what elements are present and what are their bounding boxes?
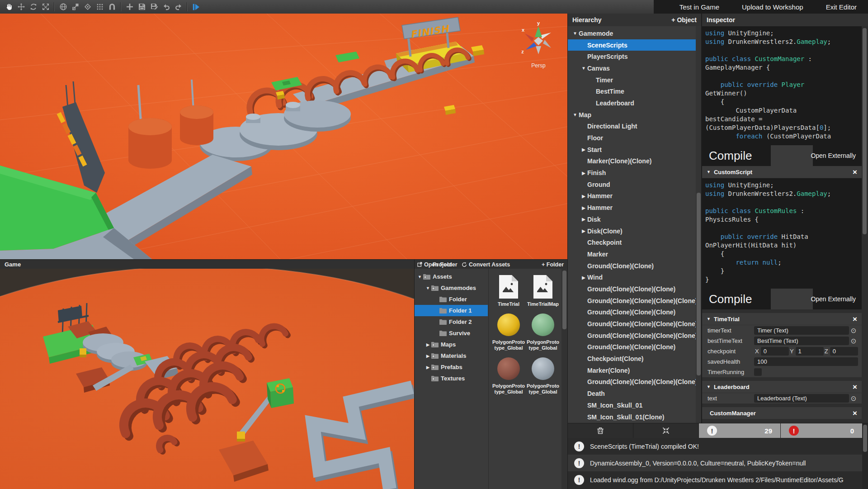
collapsed-arrow-icon[interactable]: ▶	[580, 205, 587, 210]
hierarchy-item[interactable]: Checkpoint	[568, 237, 701, 248]
undo-button[interactable]	[160, 0, 172, 14]
world-space-toggle[interactable]	[57, 0, 69, 14]
expand-arrow-icon[interactable]: ▼	[571, 112, 579, 117]
save-as-button[interactable]	[148, 0, 160, 14]
asset-item[interactable]: TimeTrialMap	[526, 275, 560, 307]
hierarchy-item[interactable]: ▶Hammer	[568, 202, 701, 214]
scale-tool[interactable]	[39, 0, 52, 14]
hierarchy-item[interactable]: Ground(Clone)(Clone)(Clone)	[568, 283, 701, 295]
hierarchy-item[interactable]: SM_Icon_Skull_01	[568, 399, 701, 411]
collapsed-arrow-icon[interactable]: ▶	[580, 275, 587, 280]
open-externally-button[interactable]: Open Externally	[811, 295, 856, 303]
hierarchy-item[interactable]: Ground(Clone)(Clone)(Clone)	[568, 307, 701, 318]
console-message[interactable]: !Loaded wind.ogg from D:/UnityProjects/D…	[568, 471, 863, 488]
hierarchy-item[interactable]: Checkpoint(Clone)	[568, 353, 701, 365]
hierarchy-item[interactable]: ▶Start	[568, 144, 701, 156]
console-message[interactable]: !DynamicAssembly_0, Version=0.0.0.0, Cul…	[568, 455, 863, 471]
hierarchy-item[interactable]: Directional Light	[568, 121, 701, 133]
expand-arrow-icon[interactable]: ▼	[707, 170, 711, 174]
object-field[interactable]: BestTime (Text)	[754, 337, 849, 345]
asset-item[interactable]: PolygonPrototype_Global	[491, 313, 526, 351]
folder-tree-item[interactable]: ▶Materials	[415, 350, 488, 361]
orbit-tool[interactable]	[81, 0, 94, 14]
save-button[interactable]	[136, 0, 148, 14]
compile-button[interactable]: Compile	[702, 149, 752, 163]
hierarchy-item[interactable]: Timer	[568, 74, 701, 86]
text-field[interactable]: 100	[754, 357, 858, 366]
axis-value-field[interactable]: 1	[796, 347, 824, 356]
hierarchy-item[interactable]: ▶Disk	[568, 214, 701, 225]
hierarchy-item[interactable]: Ground(Clone)(Clone)(Clone)(Clone)	[568, 376, 701, 388]
project-scrollbar[interactable]	[561, 269, 567, 489]
close-icon[interactable]: ×	[853, 168, 857, 176]
play-button[interactable]	[190, 0, 202, 14]
collapsed-arrow-icon[interactable]: ▶	[580, 194, 587, 199]
expand-arrow-icon[interactable]: ▼	[707, 385, 711, 389]
scrollbar-thumb[interactable]	[697, 193, 701, 375]
script-code-view[interactable]: using UnityEngine;using DrunkenWrestlers…	[702, 178, 862, 289]
scrollbar-thumb[interactable]	[863, 28, 867, 234]
redo-button[interactable]	[172, 0, 184, 14]
clear-console-button[interactable]	[568, 423, 633, 438]
collapsed-arrow-icon[interactable]: ▶	[425, 354, 431, 358]
hierarchy-item[interactable]: BestTime	[568, 85, 701, 97]
add-object-tool[interactable]	[123, 0, 136, 14]
folder-tree-item[interactable]: ▶Prefabs	[415, 361, 488, 373]
upload-to-workshop-button[interactable]: Upload to Workshop	[731, 0, 815, 14]
collapse-console-button[interactable]	[633, 423, 699, 438]
hierarchy-item[interactable]: ▼Canvas	[568, 62, 701, 74]
hierarchy-item[interactable]: Marker(Clone)(Clone)	[568, 156, 701, 167]
scrollbar-thumb[interactable]	[562, 271, 566, 329]
grid-snap-toggle[interactable]	[94, 0, 106, 14]
warnings-filter-button[interactable]: !29	[699, 423, 781, 438]
object-picker-icon[interactable]: ⊙	[849, 394, 858, 403]
folder-tree-item[interactable]: Textures	[415, 373, 488, 384]
open-externally-button[interactable]: Open Externally	[811, 152, 856, 159]
folder-tree-item[interactable]: ▼Assets	[415, 271, 488, 282]
collapsed-arrow-icon[interactable]: ▶	[580, 228, 587, 233]
hierarchy-item[interactable]: ▶Wind	[568, 271, 701, 283]
expand-arrow-icon[interactable]: ▼	[571, 31, 579, 36]
object-field[interactable]: Timer (Text)	[754, 326, 849, 335]
hierarchy-scrollbar[interactable]	[696, 26, 701, 423]
camera-mode-label[interactable]: Persp	[519, 62, 557, 69]
hierarchy-item[interactable]: Ground(Clone)(Clone)(Clone)(Clone)	[568, 295, 701, 307]
compile-button[interactable]: Compile	[702, 292, 752, 306]
asset-item[interactable]: PolygonPrototype_Global	[526, 313, 560, 351]
asset-item[interactable]: PolygonPrototype_Global	[526, 357, 560, 395]
hand-tool[interactable]	[3, 0, 15, 14]
scrollbar-thumb[interactable]	[863, 425, 867, 452]
hierarchy-item[interactable]: Leaderboard	[568, 97, 701, 109]
collapsed-arrow-icon[interactable]: ▶	[580, 217, 587, 222]
console-message[interactable]: !SceneScripts (TimeTrial) compiled OK!	[568, 438, 863, 455]
hierarchy-item[interactable]: Ground	[568, 179, 701, 190]
folder-tree-item[interactable]: ▼Gamemodes	[415, 282, 488, 294]
add-object-button[interactable]: + Object	[671, 16, 697, 24]
close-icon[interactable]: ×	[853, 383, 857, 391]
hierarchy-item[interactable]: ▼Map	[568, 109, 701, 121]
hierarchy-item[interactable]: SM_Icon_Skull_01(Clone)	[568, 411, 701, 423]
hierarchy-item[interactable]: Death	[568, 388, 701, 399]
collapsed-arrow-icon[interactable]: ▶	[580, 147, 587, 152]
object-picker-icon[interactable]: ⊙	[849, 327, 858, 335]
scene-viewport[interactable]: FINISH	[0, 14, 567, 259]
errors-filter-button[interactable]: !0	[781, 423, 863, 438]
expand-arrow-icon[interactable]: ▼	[416, 275, 423, 279]
hierarchy-item[interactable]: ▶Hammer	[568, 190, 701, 202]
object-field[interactable]: Leaderboard (Text)	[754, 394, 849, 403]
hierarchy-item[interactable]: Ground(Clone)(Clone)	[568, 260, 701, 272]
test-in-game-button[interactable]: Test in Game	[668, 0, 731, 14]
checkbox[interactable]	[754, 368, 762, 376]
collapsed-arrow-icon[interactable]: ▶	[425, 342, 431, 347]
hierarchy-item[interactable]: ▶Finish	[568, 167, 701, 179]
expand-arrow-icon[interactable]: ▼	[580, 66, 587, 71]
rotate-tool[interactable]	[27, 0, 39, 14]
expand-arrow-icon[interactable]: ▼	[707, 317, 711, 321]
asset-item[interactable]: PolygonPrototype_Global	[491, 357, 526, 395]
console-scrollbar[interactable]	[862, 423, 868, 489]
folder-tree-item[interactable]: Folder	[415, 294, 488, 305]
close-icon[interactable]: ×	[853, 315, 857, 323]
collapsed-arrow-icon[interactable]: ▶	[580, 171, 587, 176]
object-picker-icon[interactable]: ⊙	[849, 337, 858, 345]
hierarchy-item[interactable]: Marker(Clone)	[568, 365, 701, 376]
